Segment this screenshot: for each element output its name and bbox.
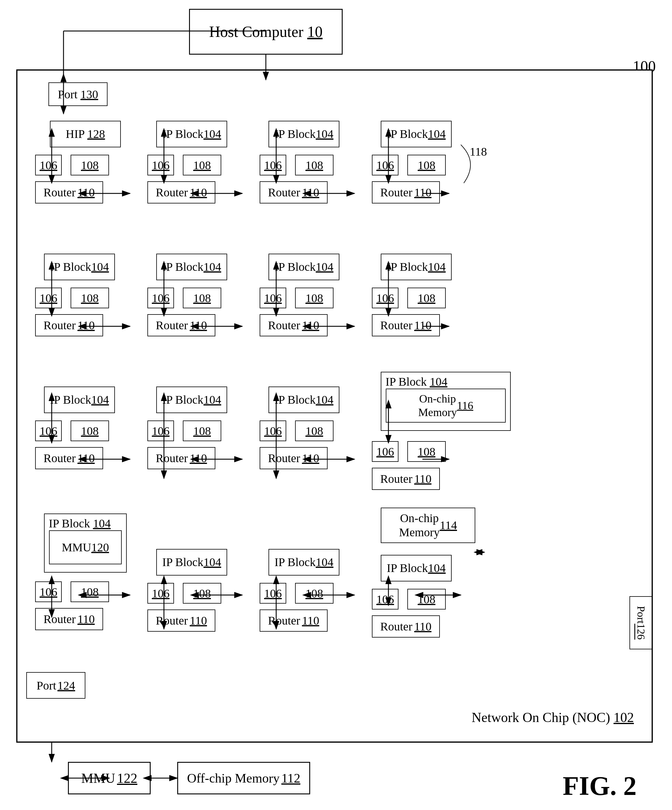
bus-r3c3: 108: [295, 420, 333, 441]
interface-r1c2: 106: [147, 155, 174, 176]
page: Host Computer 10 100 Network On Chip (NO…: [0, 0, 672, 810]
bus-r4c4: 108: [407, 589, 446, 609]
interface-r2c4: 106: [372, 288, 398, 308]
router-r4c2: Router 110: [147, 609, 215, 632]
port-124-box: Port 124: [26, 672, 85, 699]
label-118: 118: [469, 145, 487, 159]
ipblock-r4c1-outer: IP Block 104 MMU 120: [44, 513, 127, 572]
ipblock-r3c4-outer: IP Block 104 On-chipMemory 116: [381, 372, 511, 431]
router-r2c2: Router 110: [147, 314, 215, 336]
host-computer-box: Host Computer 10: [189, 9, 343, 55]
bus-r3c2: 108: [183, 420, 221, 441]
bus-r2c3: 108: [295, 288, 333, 308]
ipblock-r3c3: IP Block 104: [268, 386, 339, 413]
router-r4c3: Router 110: [260, 609, 328, 632]
interface-r1c1: 106: [35, 155, 62, 176]
ipblock-r2c2: IP Block 104: [156, 254, 227, 280]
bus-r1c4: 108: [407, 155, 446, 176]
noc-box: Network On Chip (NOC) 102 Port 130 HIP 1…: [16, 69, 653, 742]
mmu-122-box: MMU 122: [68, 762, 151, 794]
bus-r4c2: 108: [183, 583, 221, 604]
interface-r1c3: 106: [260, 155, 286, 176]
interface-r4c2: 106: [147, 583, 174, 604]
ipblock-r2c3: IP Block 104: [268, 254, 339, 280]
noc-label: Network On Chip (NOC) 102: [472, 710, 634, 725]
interface-r1c4: 106: [372, 155, 398, 176]
router-r4c1: Router 110: [35, 608, 103, 630]
interface-r3c1: 106: [35, 420, 62, 441]
router-r3c1: Router 110: [35, 447, 103, 469]
port-126-box: Port 126: [630, 596, 652, 650]
ipblock-r2c1: IP Block 104: [44, 254, 115, 280]
router-r2c1: Router 110: [35, 314, 103, 336]
bus-r2c2: 108: [183, 288, 221, 308]
ipblock-r3c2: IP Block 104: [156, 386, 227, 413]
onchip-memory-116-box: On-chipMemory 116: [386, 389, 506, 423]
bus-r2c4: 108: [407, 288, 446, 308]
bus-r2c1: 108: [71, 288, 109, 308]
interface-r3c3: 106: [260, 420, 286, 441]
bus-r1c2: 108: [183, 155, 221, 176]
interface-r4c1: 106: [35, 581, 62, 602]
router-r3c3: Router 110: [260, 447, 328, 469]
router-r1c2: Router 110: [147, 181, 215, 203]
router-r2c4: Router 110: [372, 314, 440, 336]
ipblock-r1c4: IP Block 104: [381, 121, 452, 147]
ipblock-r4c4: IP Block 104: [381, 555, 452, 581]
interface-r2c3: 106: [260, 288, 286, 308]
fig-label: FIG. 2: [563, 771, 637, 801]
router-r3c4: Router 110: [372, 468, 440, 490]
bus-r4c1: 108: [71, 581, 109, 602]
bus-r4c3: 108: [295, 583, 333, 604]
mmu-120-box: MMU 120: [49, 530, 122, 564]
router-r3c2: Router 110: [147, 447, 215, 469]
ipblock-r1c2: IP Block 104: [156, 121, 227, 147]
offchip-memory-112-box: Off-chip Memory 112: [177, 762, 310, 794]
host-computer-num: 10: [307, 23, 322, 40]
ipblock-r1c3: IP Block 104: [268, 121, 339, 147]
router-r4c4: Router 110: [372, 615, 440, 638]
host-computer-label: Host Computer: [209, 23, 303, 40]
router-r1c3: Router 110: [260, 181, 328, 203]
bus-r3c4: 108: [407, 441, 446, 462]
ipblock-r3c1: IP Block 104: [44, 386, 115, 413]
ipblock-r4c3: IP Block 104: [268, 549, 339, 575]
onchip-memory-114-box: On-chipMemory 114: [381, 508, 475, 543]
interface-r2c1: 106: [35, 288, 62, 308]
interface-r2c2: 106: [147, 288, 174, 308]
ipblock-r2c4: IP Block 104: [381, 254, 452, 280]
ipblock-r4c2: IP Block 104: [156, 549, 227, 575]
noc-label-text: Network On Chip (NOC): [472, 710, 610, 725]
bus-r1c1: 108: [71, 155, 109, 176]
interface-r4c4: 106: [372, 589, 398, 609]
interface-r3c2: 106: [147, 420, 174, 441]
bus-r1c3: 108: [295, 155, 333, 176]
router-r2c3: Router 110: [260, 314, 328, 336]
router-r1c1: Router 110: [35, 181, 103, 203]
bus-r3c1: 108: [71, 420, 109, 441]
hip-128-box: HIP 128: [50, 121, 121, 147]
port-130-box: Port 130: [49, 83, 108, 106]
interface-r4c3: 106: [260, 583, 286, 604]
noc-num: 102: [613, 710, 634, 725]
interface-r3c4: 106: [372, 441, 398, 462]
router-r1c4: Router 110: [372, 181, 440, 203]
